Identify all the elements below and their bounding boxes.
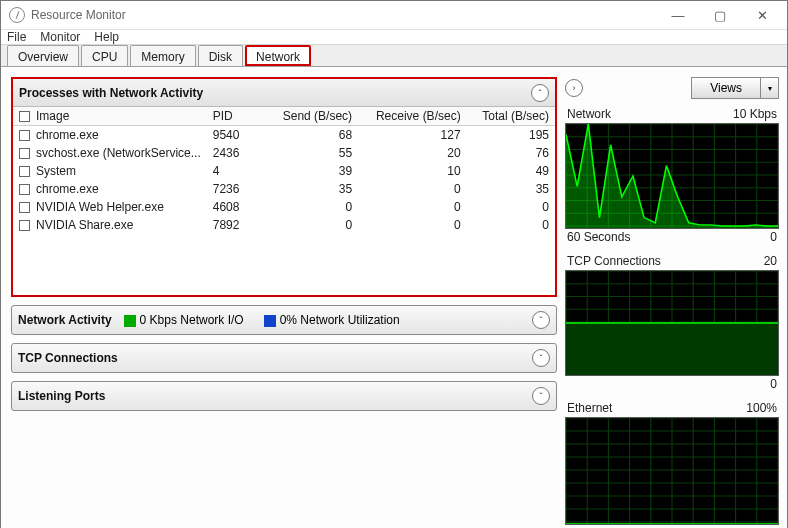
window-title: Resource Monitor [31,8,657,22]
legend-blue-icon [264,315,276,327]
network-activity-panel[interactable]: Network Activity 0 Kbps Network I/O 0% N… [11,305,557,335]
views-button[interactable]: Views ▾ [691,77,779,99]
main-column: Processes with Network Activity ˆ Image … [1,67,565,528]
graph-foot-r: 0 [770,377,777,391]
processes-table: Image PID Send (B/sec) Receive (B/sec) T… [13,107,555,234]
table-header-row: Image PID Send (B/sec) Receive (B/sec) T… [13,107,555,126]
graph-canvas-tcp [565,270,779,376]
side-column: › Views ▾ Network 10 Kbps 60 Seconds 0 [565,67,787,528]
graph-title-tcp: TCP Connections [567,254,661,268]
tabs: Overview CPU Memory Disk Network [1,45,787,67]
graph-canvas-network [565,123,779,229]
tab-disk[interactable]: Disk [198,45,243,66]
tab-cpu[interactable]: CPU [81,45,128,66]
graph-foot-l: 60 Seconds [567,230,630,244]
graph-title-eth: Ethernet [567,401,612,415]
checkbox-all[interactable] [19,111,30,122]
col-total[interactable]: Total (B/sec) [467,107,555,126]
minimize-button[interactable]: — [657,1,699,29]
graph-max-tcp: 20 [764,254,777,268]
table-row[interactable]: chrome.exe723635035 [13,180,555,198]
app-icon [9,7,25,23]
net-io-text: 0 Kbps Network I/O [140,313,244,327]
menu-file[interactable]: File [7,30,26,44]
tcp-title: TCP Connections [18,351,118,365]
chevron-down-icon[interactable]: ▾ [760,78,778,98]
tcp-connections-panel[interactable]: TCP Connections ˇ [11,343,557,373]
processes-panel: Processes with Network Activity ˆ Image … [11,77,557,297]
listening-title: Listening Ports [18,389,105,403]
row-checkbox[interactable] [19,220,30,231]
processes-title: Processes with Network Activity [19,86,203,100]
menu-help[interactable]: Help [94,30,119,44]
side-header: › Views ▾ [565,77,779,103]
tab-overview[interactable]: Overview [7,45,79,66]
menu-monitor[interactable]: Monitor [40,30,80,44]
collapse-side-icon[interactable]: › [565,79,583,97]
tab-network[interactable]: Network [245,45,311,66]
row-checkbox[interactable] [19,130,30,141]
graph-tcp: TCP Connections 20 0 [565,254,779,391]
col-recv[interactable]: Receive (B/sec) [358,107,467,126]
expand-icon[interactable]: ˇ [532,311,550,329]
net-util-text: 0% Network Utilization [280,313,400,327]
maximize-button[interactable]: ▢ [699,1,741,29]
legend-green-icon [124,315,136,327]
graph-max-network: 10 Kbps [733,107,777,121]
expand-icon[interactable]: ˇ [532,387,550,405]
row-checkbox[interactable] [19,148,30,159]
row-checkbox[interactable] [19,184,30,195]
svg-marker-41 [566,323,778,375]
tab-memory[interactable]: Memory [130,45,195,66]
graph-ethernet: Ethernet 100% [565,401,779,525]
row-checkbox[interactable] [19,166,30,177]
menubar: File Monitor Help [1,30,787,45]
graph-foot-r: 0 [770,230,777,244]
table-row[interactable]: NVIDIA Share.exe7892000 [13,216,555,234]
close-button[interactable]: ✕ [741,1,783,29]
resource-monitor-window: Resource Monitor — ▢ ✕ File Monitor Help… [0,0,788,528]
processes-header[interactable]: Processes with Network Activity ˆ [13,79,555,107]
graph-title-network: Network [567,107,611,121]
table-row[interactable]: chrome.exe954068127195 [13,126,555,145]
col-pid[interactable]: PID [207,107,267,126]
row-checkbox[interactable] [19,202,30,213]
collapse-icon[interactable]: ˆ [531,84,549,102]
expand-icon[interactable]: ˇ [532,349,550,367]
window-controls: — ▢ ✕ [657,1,783,29]
table-row[interactable]: System4391049 [13,162,555,180]
table-row[interactable]: svchost.exe (NetworkService...2436552076 [13,144,555,162]
titlebar: Resource Monitor — ▢ ✕ [1,1,787,30]
content: Processes with Network Activity ˆ Image … [1,67,787,528]
col-image[interactable]: Image [13,107,207,126]
listening-ports-panel[interactable]: Listening Ports ˇ [11,381,557,411]
graph-network: Network 10 Kbps 60 Seconds 0 [565,107,779,244]
graph-max-eth: 100% [746,401,777,415]
col-send[interactable]: Send (B/sec) [267,107,358,126]
processes-table-wrap: Image PID Send (B/sec) Receive (B/sec) T… [13,107,555,295]
table-row[interactable]: NVIDIA Web Helper.exe4608000 [13,198,555,216]
network-activity-title: Network Activity [18,313,112,327]
graph-canvas-ethernet [565,417,779,525]
